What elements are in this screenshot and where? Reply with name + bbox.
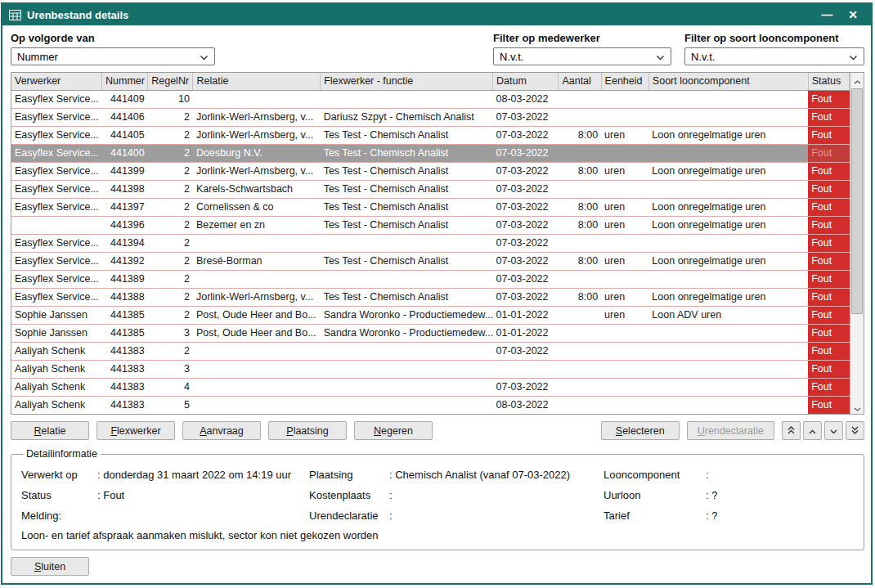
table-row[interactable]: Aaliyah Schenk441383207-03-2022Fout bbox=[11, 342, 850, 360]
vertical-scrollbar[interactable] bbox=[850, 73, 864, 414]
column-header[interactable]: Relatie bbox=[193, 73, 321, 90]
table-cell bbox=[321, 396, 493, 414]
table-cell bbox=[493, 360, 559, 378]
previous-record-button[interactable] bbox=[803, 421, 822, 440]
filter-bar: Op volgorde van Nummer Filter op medewer… bbox=[2, 25, 871, 70]
table-cell: Easyflex Service... bbox=[11, 270, 101, 288]
table-cell: 07-03-2022 bbox=[493, 234, 559, 252]
table-row[interactable]: Easyflex Service...441394207-03-2022Fout bbox=[11, 234, 850, 252]
table-cell: 441406 bbox=[101, 108, 147, 126]
table-cell bbox=[559, 144, 601, 162]
table-cell bbox=[601, 180, 648, 198]
table-cell bbox=[193, 396, 321, 414]
detail-value-uurloon: : ? bbox=[706, 489, 717, 501]
detail-label-looncomponent: Looncomponent bbox=[604, 469, 706, 481]
table-row[interactable]: Aaliyah Schenk441383407-03-2022Fout bbox=[11, 378, 850, 396]
table-row[interactable]: 4413962Bezemer en znTes Test - Chemisch … bbox=[11, 216, 850, 234]
table-row[interactable]: Sophie Janssen4413853Post, Oude Heer and… bbox=[11, 324, 850, 342]
table-cell: Tes Test - Chemisch Analist bbox=[321, 162, 493, 180]
table-row[interactable]: Sophie Janssen4413852Post, Oude Heer and… bbox=[11, 306, 850, 324]
table-cell: 07-03-2022 bbox=[493, 270, 559, 288]
table-row[interactable]: Easyflex Service...4414052Jorlink-Werl-A… bbox=[11, 126, 850, 144]
table-row[interactable]: Easyflex Service...4413982Karels-Schwart… bbox=[11, 180, 850, 198]
plaatsing-button[interactable]: Plaatsing bbox=[268, 421, 347, 440]
table-cell: 07-03-2022 bbox=[493, 180, 559, 198]
table-cell: 8:00 bbox=[559, 252, 601, 270]
table-row[interactable]: Easyflex Service...4414091008-03-2022Fou… bbox=[11, 90, 850, 108]
table-cell bbox=[648, 270, 808, 288]
table-row[interactable]: Aaliyah Schenk4413833Fout bbox=[11, 360, 850, 378]
last-record-button[interactable] bbox=[846, 421, 864, 440]
first-record-button[interactable] bbox=[782, 421, 801, 440]
table-row[interactable]: Easyflex Service...441389207-03-2022Fout bbox=[11, 270, 850, 288]
table-cell bbox=[648, 234, 808, 252]
table-cell: Easyflex Service... bbox=[11, 144, 101, 162]
column-header[interactable]: Soort looncomponent bbox=[648, 73, 808, 90]
minimize-button[interactable]: — bbox=[816, 5, 837, 25]
table-cell: 07-03-2022 bbox=[493, 144, 559, 162]
detail-grid: Verwerkt op: donderdag 31 maart 2022 om … bbox=[21, 465, 854, 526]
table-row[interactable]: Easyflex Service...4414062Jorlink-Werl-A… bbox=[11, 108, 850, 126]
table-row[interactable]: Easyflex Service...4414002Doesburg N.V.T… bbox=[11, 144, 850, 162]
status-badge: Fout bbox=[808, 90, 849, 108]
column-header[interactable]: Verwerker bbox=[11, 73, 101, 90]
table-cell: 2 bbox=[148, 144, 193, 162]
sort-order-value: Nummer bbox=[17, 51, 58, 63]
table-row[interactable]: Easyflex Service...4413922Bresé-BormanTe… bbox=[11, 252, 850, 270]
filter-looncomponent-select[interactable]: N.v.t. bbox=[684, 47, 864, 65]
table-row[interactable]: Aaliyah Schenk441383508-03-2022Fout bbox=[11, 396, 850, 414]
table-row[interactable]: Easyflex Service...4413972Cornelissen & … bbox=[11, 198, 850, 216]
sluiten-button[interactable]: Sluiten bbox=[11, 557, 89, 576]
column-header[interactable]: Eenheid bbox=[601, 73, 648, 90]
column-header[interactable]: Datum bbox=[493, 73, 559, 90]
table-cell: uren bbox=[601, 252, 648, 270]
detail-label-uurloon: Uurloon bbox=[604, 489, 706, 501]
table-cell bbox=[559, 90, 601, 108]
table-cell: 441389 bbox=[101, 270, 147, 288]
scrollbar-thumb[interactable] bbox=[851, 88, 863, 314]
table-cell bbox=[321, 90, 493, 108]
table-cell: 2 bbox=[148, 126, 193, 144]
aanvraag-button[interactable]: Aanvraag bbox=[182, 421, 261, 440]
table-cell bbox=[601, 108, 648, 126]
chevron-down-icon bbox=[200, 51, 209, 63]
table-cell: 07-03-2022 bbox=[493, 198, 559, 216]
table-cell: 2 bbox=[148, 342, 193, 360]
relatie-button[interactable]: Relatie bbox=[11, 421, 89, 440]
scrollbar-track[interactable] bbox=[850, 87, 864, 400]
scrollbar-up-button[interactable] bbox=[850, 73, 864, 87]
column-header[interactable]: Status bbox=[808, 73, 849, 90]
table-cell: uren bbox=[601, 306, 648, 324]
column-header[interactable]: Aantal bbox=[559, 73, 601, 90]
selecteren-button[interactable]: Selecteren bbox=[601, 421, 680, 440]
table-row[interactable]: Easyflex Service...4413992Jorlink-Werl-A… bbox=[11, 162, 850, 180]
table-row[interactable]: Easyflex Service...4413882Jorlink-Werl-A… bbox=[11, 288, 850, 306]
urendeclaratie-button[interactable]: Urendeclaratie bbox=[687, 421, 774, 440]
chevron-down-icon bbox=[656, 51, 665, 63]
status-badge: Fout bbox=[808, 270, 849, 288]
negeren-button[interactable]: Negeren bbox=[354, 421, 433, 440]
table-cell: Cornelissen & co bbox=[193, 198, 321, 216]
detail-label-plaatsing: Plaatsing bbox=[309, 469, 389, 481]
sort-order-select[interactable]: Nummer bbox=[11, 47, 215, 65]
record-nav-group bbox=[782, 421, 864, 440]
detail-label-verwerkt-op: Verwerkt op bbox=[21, 469, 97, 481]
column-header[interactable]: Flexwerker - functie bbox=[321, 73, 493, 90]
detail-error-message: Loon- en tarief afspraak aanmaken misluk… bbox=[21, 529, 854, 541]
detail-section: Detailinformatie Verwerkt op: donderdag … bbox=[11, 448, 864, 550]
table-cell: Loon onregelmatige uren bbox=[648, 216, 808, 234]
table-cell: Aaliyah Schenk bbox=[11, 342, 101, 360]
flexwerker-button[interactable]: Flexwerker bbox=[96, 421, 175, 440]
next-record-button[interactable] bbox=[824, 421, 843, 440]
column-header[interactable]: RegelNr bbox=[148, 73, 193, 90]
filter-medewerker-select[interactable]: N.v.t. bbox=[493, 47, 671, 65]
table-cell: Easyflex Service... bbox=[11, 126, 101, 144]
scrollbar-down-button[interactable] bbox=[850, 400, 864, 414]
close-button[interactable]: ✕ bbox=[843, 5, 863, 25]
chevron-up-icon bbox=[809, 425, 816, 437]
status-badge: Fout bbox=[808, 324, 849, 342]
column-header[interactable]: Nummer bbox=[101, 73, 147, 90]
table-cell: 441385 bbox=[101, 306, 147, 324]
table-cell: 2 bbox=[148, 234, 193, 252]
titlebar: Urenbestand details — ✕ bbox=[2, 4, 871, 25]
